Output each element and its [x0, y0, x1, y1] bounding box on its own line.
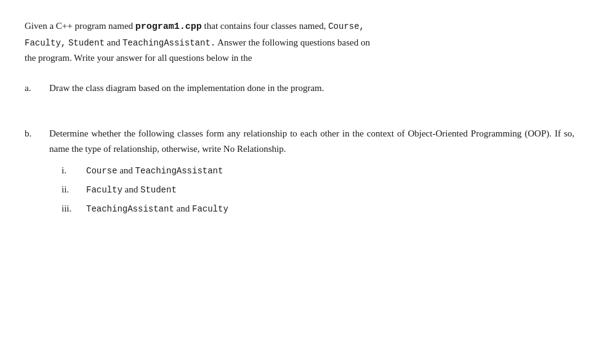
- sub-ii-and: and: [123, 184, 140, 194]
- sub-iii-code2: Faculty: [192, 204, 228, 214]
- question-a-content: Draw the class diagram based on the impl…: [49, 81, 574, 96]
- sub-item-iii: iii. TeachingAssistant and Faculty: [62, 201, 574, 216]
- question-b: b. Determine whether the following class…: [25, 126, 574, 220]
- class-course: Course,: [328, 22, 364, 31]
- class-faculty: Faculty,: [25, 38, 66, 48]
- sub-label-i: i.: [62, 163, 86, 178]
- intro-text-2: that contains four classes named,: [202, 21, 328, 31]
- sub-content-iii: TeachingAssistant and Faculty: [86, 201, 574, 216]
- sub-i-and: and: [117, 165, 135, 175]
- sub-label-ii: ii.: [62, 182, 86, 197]
- sub-i-code2: TeachingAssistant: [135, 166, 223, 176]
- intro-text-4: the program. Write your answer for all q…: [25, 53, 252, 63]
- class-ta: TeachingAssistant.: [123, 38, 215, 48]
- question-a-text: Draw the class diagram based on the impl…: [49, 83, 324, 93]
- question-b-content: Determine whether the following classes …: [49, 126, 574, 220]
- sub-iii-and: and: [174, 204, 192, 213]
- program-name: program1.cpp: [135, 22, 202, 32]
- content-area: Given a C++ program named program1.cpp t…: [25, 18, 574, 220]
- sub-ii-code1: Faculty: [86, 185, 123, 195]
- intro-paragraph: Given a C++ program named program1.cpp t…: [25, 18, 574, 66]
- intro-and: and: [105, 38, 123, 47]
- sub-ii-code2: Student: [140, 185, 177, 195]
- sub-content-i: Course and TeachingAssistant: [86, 163, 574, 178]
- question-list: a. Draw the class diagram based on the i…: [25, 81, 574, 221]
- intro-text-3: Answer the following questions based on: [215, 38, 370, 47]
- sub-i-code1: Course: [86, 166, 117, 176]
- class-student: Student: [68, 38, 105, 48]
- intro-text-1: Given a C++ program named: [25, 21, 135, 31]
- question-b-text: Determine whether the following classes …: [49, 129, 574, 154]
- sub-iii-code1: TeachingAssistant: [86, 204, 174, 214]
- sub-label-iii: iii.: [62, 201, 86, 216]
- sub-list: i. Course and TeachingAssistant ii. Facu…: [62, 163, 574, 216]
- question-a: a. Draw the class diagram based on the i…: [25, 81, 574, 96]
- question-b-label: b.: [25, 126, 49, 141]
- sub-content-ii: Faculty and Student: [86, 182, 574, 197]
- question-a-label: a.: [25, 81, 49, 96]
- sub-item-i: i. Course and TeachingAssistant: [62, 163, 574, 178]
- sub-item-ii: ii. Faculty and Student: [62, 182, 574, 197]
